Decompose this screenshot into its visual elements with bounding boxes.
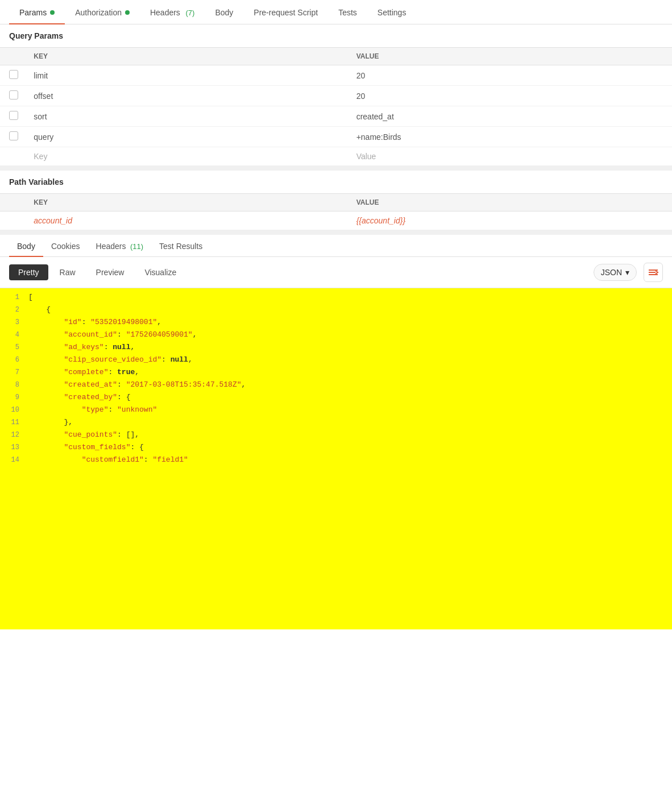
tab-body[interactable]: Body — [205, 0, 243, 24]
format-label: JSON — [601, 268, 622, 277]
code-line: 3 "id": "5352019498001", — [0, 318, 672, 330]
qp-checkbox-cell[interactable] — [0, 127, 27, 147]
line-content: { — [28, 305, 672, 314]
query-params-table: KEY VALUE limit 20 offset 20 sort create… — [0, 48, 672, 166]
response-tab-cookies[interactable]: Cookies — [43, 235, 88, 256]
qp-value-cell[interactable]: +name:Birds — [350, 127, 672, 147]
pv-key-cell[interactable]: account_id — [27, 212, 349, 230]
qp-key-col: KEY — [27, 48, 349, 65]
qp-key-cell[interactable]: offset — [27, 86, 349, 106]
line-number: 10 — [0, 405, 28, 414]
qp-key-cell[interactable]: query — [27, 127, 349, 147]
code-line: 8 "created_at": "2017-03-08T15:35:47.518… — [0, 380, 672, 393]
line-number: 5 — [0, 343, 28, 351]
tab-tests[interactable]: Tests — [328, 0, 367, 24]
wrap-toggle-button[interactable] — [644, 263, 663, 282]
qp-checkbox[interactable] — [9, 111, 18, 120]
line-number: 12 — [0, 430, 28, 439]
tab-params[interactable]: Params — [9, 0, 65, 24]
response-tab-bar: Body Cookies Headers (11) Test Results — [0, 230, 672, 257]
qp-key-cell[interactable]: limit — [27, 65, 349, 86]
qp-checkbox-cell[interactable] — [0, 106, 27, 127]
authorization-active-dot — [125, 10, 130, 15]
view-preview-button[interactable]: Preview — [87, 264, 134, 280]
line-content: "created_by": { — [28, 393, 672, 401]
code-line: 4 "account_id": "1752604059001", — [0, 330, 672, 343]
line-content: "customfield1": "field1" — [28, 455, 672, 464]
view-visualize-button[interactable]: Visualize — [135, 264, 185, 280]
code-line: 7 "complete": true, — [0, 368, 672, 380]
line-content: "id": "5352019498001", — [28, 318, 672, 326]
qp-value-col: VALUE — [350, 48, 672, 65]
view-toolbar: Pretty Raw Preview Visualize JSON ▾ — [0, 257, 672, 288]
pv-checkbox-cell — [0, 212, 27, 230]
tab-tests-label: Tests — [338, 8, 357, 17]
line-number: 4 — [0, 330, 28, 339]
line-number: 6 — [0, 355, 28, 364]
line-content: "created_at": "2017-03-08T15:35:47.518Z"… — [28, 380, 672, 389]
code-line: 13 "custom_fields": { — [0, 443, 672, 455]
qp-checkbox[interactable] — [9, 70, 18, 79]
response-cookies-label: Cookies — [51, 242, 80, 251]
pv-value-col: VALUE — [350, 194, 672, 212]
line-content: [ — [28, 293, 672, 301]
tab-authorization-label: Authorization — [75, 8, 122, 17]
tab-headers-label: Headers — [150, 8, 180, 17]
code-line: 10 "type": "unknown" — [0, 405, 672, 418]
line-number: 13 — [0, 443, 28, 451]
query-params-header: Query Params — [0, 24, 672, 48]
response-headers-badge: (11) — [128, 242, 143, 251]
qp-value-cell[interactable]: 20 — [350, 65, 672, 86]
line-number: 3 — [0, 318, 28, 326]
line-content: "cue_points": [], — [28, 430, 672, 439]
table-row: limit 20 — [0, 65, 672, 86]
response-test-results-label: Test Results — [159, 242, 202, 251]
tab-prerequest-label: Pre-request Script — [254, 8, 318, 17]
line-content: "custom_fields": { — [28, 443, 672, 451]
code-line: 11 }, — [0, 418, 672, 430]
code-line: 2 { — [0, 305, 672, 318]
response-tab-body[interactable]: Body — [9, 235, 43, 256]
qp-value-cell[interactable]: Value — [350, 147, 672, 166]
qp-checkbox-cell[interactable] — [0, 65, 27, 86]
headers-badge: (7) — [184, 9, 195, 17]
qp-value-cell[interactable]: created_at — [350, 106, 672, 127]
table-row: offset 20 — [0, 86, 672, 106]
tab-headers[interactable]: Headers (7) — [140, 0, 205, 24]
line-number: 7 — [0, 368, 28, 376]
qp-checkbox[interactable] — [9, 90, 18, 100]
tab-settings[interactable]: Settings — [367, 0, 417, 24]
qp-checkbox[interactable] — [9, 131, 18, 140]
code-line: 5 "ad_keys": null, — [0, 343, 672, 355]
format-selector[interactable]: JSON ▾ — [594, 264, 637, 281]
line-number: 14 — [0, 455, 28, 464]
response-body-label: Body — [17, 242, 35, 251]
qp-key-cell[interactable]: sort — [27, 106, 349, 127]
code-line: 6 "clip_source_video_id": null, — [0, 355, 672, 368]
path-variables-header: Path Variables — [0, 166, 672, 194]
request-tab-bar: Params Authorization Headers (7) Body Pr… — [0, 0, 672, 24]
line-content: }, — [28, 418, 672, 426]
code-line: 14 "customfield1": "field1" — [0, 455, 672, 468]
response-tab-headers[interactable]: Headers (11) — [88, 235, 152, 256]
line-number: 9 — [0, 393, 28, 401]
response-headers-label: Headers — [96, 242, 126, 251]
qp-checkbox-cell[interactable] — [0, 86, 27, 106]
path-variables-table: KEY VALUE account_id {{account_id}} — [0, 194, 672, 230]
code-line: 1[ — [0, 293, 672, 305]
tab-prerequest[interactable]: Pre-request Script — [243, 0, 328, 24]
tab-params-label: Params — [19, 8, 47, 17]
table-row: query +name:Birds — [0, 127, 672, 147]
response-tab-test-results[interactable]: Test Results — [151, 235, 210, 256]
wrap-icon — [648, 268, 659, 277]
qp-value-cell[interactable]: 20 — [350, 86, 672, 106]
pv-checkbox-col — [0, 194, 27, 212]
qp-key-cell[interactable]: Key — [27, 147, 349, 166]
tab-authorization[interactable]: Authorization — [65, 0, 140, 24]
qp-checkbox-cell — [0, 147, 27, 166]
view-raw-button[interactable]: Raw — [51, 264, 85, 280]
view-pretty-button[interactable]: Pretty — [9, 264, 48, 280]
pv-value-cell[interactable]: {{account_id}} — [350, 212, 672, 230]
tab-body-label: Body — [215, 8, 233, 17]
tab-settings-label: Settings — [378, 8, 406, 17]
